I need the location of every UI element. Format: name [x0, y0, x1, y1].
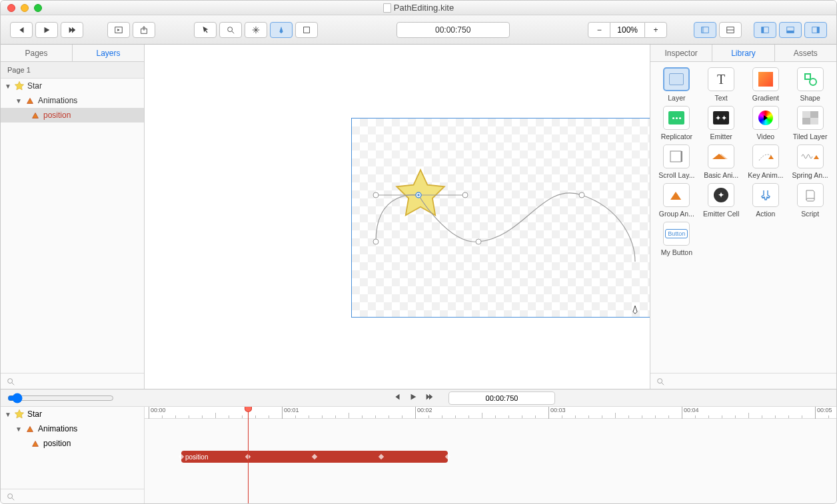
shape-tool[interactable] [295, 22, 318, 38]
svg-rect-9 [762, 27, 764, 33]
left-search[interactable] [1, 373, 144, 389]
lib-shape[interactable]: Shape [789, 67, 831, 102]
zoom-out-button[interactable]: − [588, 22, 610, 38]
pen-tool[interactable] [270, 22, 293, 38]
time-display[interactable]: 00:00:750 [397, 22, 510, 38]
pan-tool[interactable] [245, 22, 267, 38]
tree-row-star[interactable]: ▼ Star [1, 79, 144, 93]
panel-bottom-toggle[interactable] [779, 22, 802, 38]
view-mode-1[interactable] [694, 22, 716, 38]
svg-rect-27 [802, 118, 810, 125]
rewind-button[interactable] [10, 22, 33, 38]
svg-rect-5 [702, 27, 704, 33]
svg-point-16 [373, 239, 379, 244]
svg-point-21 [476, 239, 481, 244]
lib-emitter-cell[interactable]: ✦Emitter Cell [700, 183, 742, 218]
left-panel: Pages Layers Page 1 ▼ Star ▼ Animat [1, 45, 145, 389]
svg-point-19 [417, 194, 420, 196]
right-tabs: Inspector Library Assets [650, 45, 836, 62]
lib-group-animation[interactable]: Group An... [656, 183, 698, 218]
lib-spring-animation[interactable]: Spring An... [789, 144, 831, 179]
tl-rewind-button[interactable] [393, 392, 402, 404]
tab-layers[interactable]: Layers [73, 45, 144, 61]
view-mode-2[interactable] [719, 22, 742, 38]
motion-path[interactable] [352, 119, 650, 318]
disclosure-icon[interactable]: ▼ [15, 97, 22, 105]
timeline-controls: 00:00:750 [1, 389, 836, 407]
track-label: position [185, 453, 208, 461]
disclosure-icon[interactable]: ▼ [5, 83, 11, 90]
star-icon [14, 81, 25, 91]
artboard[interactable] [351, 118, 650, 318]
lib-action[interactable]: Action [745, 183, 787, 218]
fast-forward-button[interactable] [61, 22, 83, 38]
tl-play-button[interactable] [409, 392, 418, 404]
svg-point-31 [658, 378, 662, 383]
timeline-zoom-slider[interactable] [7, 393, 114, 403]
tab-pages[interactable]: Pages [1, 45, 73, 61]
lib-script[interactable]: Script [789, 183, 831, 218]
lib-basic-animation[interactable]: Basic Ani... [700, 144, 742, 179]
svg-rect-11 [787, 30, 794, 33]
tree-row-position[interactable]: position [1, 108, 144, 123]
tl-ff-button[interactable] [424, 392, 434, 404]
disclosure-icon[interactable]: ▼ [15, 425, 22, 433]
timeline-search[interactable] [1, 489, 144, 503]
svg-point-32 [8, 493, 13, 498]
right-panel: Inspector Library Assets Layer TText Gra… [650, 45, 836, 389]
lib-video[interactable]: Video [745, 106, 787, 140]
playhead[interactable] [248, 407, 249, 503]
pointer-tool[interactable] [194, 22, 217, 38]
tree-label: Animations [38, 96, 77, 105]
search-icon [656, 377, 665, 386]
tree-label: Star [27, 81, 42, 91]
lib-my-button[interactable]: ButtonMy Button [656, 222, 698, 256]
tl-row-animations[interactable]: ▼ Animations [1, 421, 144, 436]
lib-layer[interactable]: Layer [656, 67, 698, 102]
play-button[interactable] [35, 22, 58, 38]
lib-emitter[interactable]: ✦✦Emitter [700, 106, 742, 140]
tree-label: Star [27, 409, 42, 419]
window-title: PathEditing.kite [1, 3, 836, 13]
right-search[interactable] [650, 373, 836, 389]
zoom-tool[interactable] [219, 22, 242, 38]
disclosure-icon[interactable]: ▼ [5, 411, 11, 418]
timeline-time-display[interactable]: 00:00:750 [448, 391, 555, 405]
tl-row-star[interactable]: ▼ Star [1, 407, 144, 421]
zoom-in-button[interactable]: + [644, 22, 667, 38]
tree-label: Animations [38, 424, 77, 433]
search-icon [6, 377, 15, 386]
app-window: PathEditing.kite 00:00:750 − 100% + [0, 0, 837, 504]
tab-assets[interactable]: Assets [775, 45, 836, 61]
tab-inspector[interactable]: Inspector [650, 45, 712, 61]
lib-gradient[interactable]: Gradient [745, 67, 787, 102]
lib-scroll-layer[interactable]: Scroll Lay... [656, 144, 698, 179]
svg-rect-28 [810, 118, 818, 125]
position-track[interactable]: position [181, 451, 448, 463]
panel-right-toggle[interactable] [804, 22, 827, 38]
panel-left-toggle[interactable] [754, 22, 776, 38]
timeline-tracks[interactable]: 00:0000:0100:0200:0300:0400:05 position [145, 407, 836, 503]
zoom-value: 100% [610, 22, 644, 38]
titlebar: PathEditing.kite [1, 1, 836, 15]
page-name[interactable]: Page 1 [1, 62, 144, 79]
lib-keyframe-animation[interactable]: Key Anim... [745, 144, 787, 179]
tree-label: position [43, 111, 71, 120]
left-tabs: Pages Layers [1, 45, 144, 62]
svg-rect-13 [817, 27, 820, 33]
pen-cursor-icon [631, 305, 639, 316]
lib-replicator[interactable]: Replicator [656, 106, 698, 140]
svg-rect-30 [681, 151, 682, 162]
share-button[interactable] [133, 22, 155, 38]
tree-row-animations[interactable]: ▼ Animations [1, 93, 144, 108]
tl-row-position[interactable]: position [1, 436, 144, 451]
lib-text[interactable]: TText [700, 67, 742, 102]
svg-rect-23 [805, 74, 810, 79]
svg-point-14 [8, 378, 13, 383]
preview-window-button[interactable] [107, 22, 130, 38]
canvas-area[interactable] [145, 45, 650, 389]
library-grid: Layer TText Gradient Shape Replicator ✦✦… [650, 62, 836, 373]
tree-label: position [43, 439, 71, 448]
lib-tiled-layer[interactable]: Tiled Layer [789, 106, 831, 140]
tab-library[interactable]: Library [712, 45, 774, 61]
